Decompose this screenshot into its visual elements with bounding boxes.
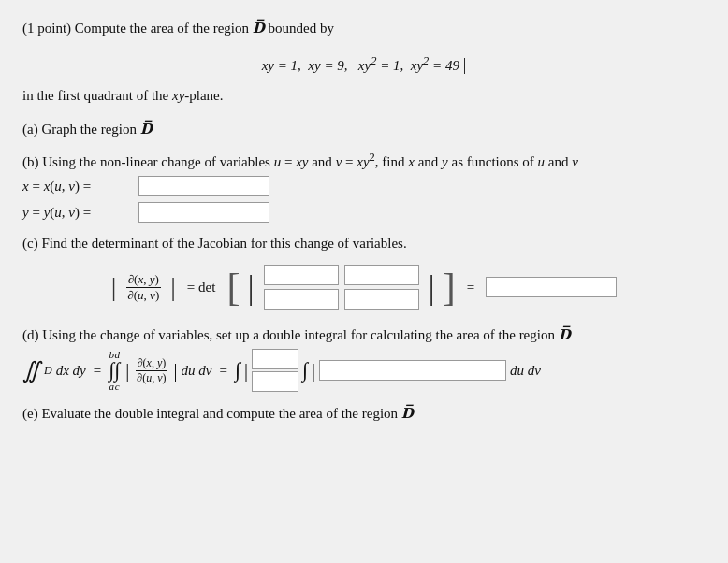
det-equals: = [467,280,474,296]
du-dv-label-1: du dv [182,363,212,379]
matrix-r2c1[interactable] [264,289,339,310]
part-e-instruction: (e) Evaluate the double integral and com… [22,405,706,422]
lower-a: a [109,381,114,392]
points-label: (1 point) [22,21,71,36]
matrix-right-bracket: ] [443,267,456,307]
dx-dy-label: dx dy [56,363,86,379]
final-bar-2: | [312,360,315,382]
y-equation-row: y = y(u, v) = [22,202,706,223]
main-equations: xy = 1, xy = 9, xy2 = 1, xy2 = 49 | [22,54,706,75]
part-e-section: (e) Evaluate the double integral and com… [22,405,706,422]
problem-header: (1 point) Compute the area of the region… [22,17,706,41]
inner-integral-sym: ∫ [114,360,120,381]
jacobian-display: | ∂(x, y) ∂(u, v) | = det [ | | ] = [22,261,706,313]
matrix-inputs [262,261,421,313]
du-dv-label-2: du dv [510,363,541,379]
quadrant-label: in the first quadrant of the xy-plane. [22,88,224,103]
y-eq-label: y = y(u, v) = [22,205,135,221]
x-answer-input[interactable] [138,176,269,196]
final-integrand-input[interactable] [319,360,506,381]
bounded-word: bounded by [269,21,334,36]
eq-display: xy = 1, xy = 9, xy2 = 1, xy2 = 49 [262,58,463,73]
jacobian-numerator: ∂(x, y) [126,272,161,288]
jacobian-fraction: ∂(x, y) ∂(u, v) [125,272,161,303]
part-a-label: (a) Graph the region D̅ [22,122,153,137]
part-c-section: (c) Find the determinant of the Jacobian… [22,236,706,313]
jac-num-d: ∂(x, y) [136,356,168,371]
equals-2: = [220,363,227,379]
region-D-header: D̅ [253,21,265,36]
matrix-vert-left: | [247,270,254,304]
final-lower-input[interactable] [252,371,298,392]
final-int-sym-2: ∫ [302,358,308,383]
jac-den-d: ∂(u, v) [135,371,167,385]
part-a-section: (a) Graph the region D̅ [22,121,706,137]
part-b-section: (b) Using the non-linear change of varia… [22,151,706,223]
final-int-sym-1: ∫ [235,358,240,383]
double-integral-symbol: ∬ [22,357,40,383]
equals-1: = [94,363,101,379]
matrix-left-bracket: [ [226,267,240,307]
inner-integral-limits: d ∫ c [114,349,120,392]
final-upper-input[interactable] [252,349,298,369]
jac-right-bar-d: | [174,360,178,382]
final-limits-wrap [252,349,298,392]
instruction-text: Compute the area of the region D̅ [75,21,269,36]
final-bar-1: | [244,360,248,382]
lower-c: c [115,381,120,392]
xy-plane-label: xy [172,88,184,103]
part-c-instruction: (c) Find the determinant of the Jacobian… [22,236,706,252]
y-answer-input[interactable] [138,202,269,223]
part-d-instruction: (d) Using the change of variables, set u… [22,326,706,343]
quadrant-text: in the first quadrant of the xy-plane. [22,84,706,108]
part-d-section: (d) Using the change of variables, set u… [22,326,706,392]
x-eq-label: x = x(u, v) = [22,179,135,195]
right-abs-bar: | [170,274,176,300]
matrix-vert-right: | [429,270,435,304]
jac-left-bar-d: | [125,360,129,382]
part-b-instruction: (b) Using the non-linear change of varia… [22,151,706,170]
matrix-r1c1[interactable] [264,265,339,285]
det-result-input[interactable] [486,277,617,297]
matrix-r2c2[interactable] [344,289,419,310]
D-subscript: D [44,364,52,378]
det-label: = det [187,280,216,296]
double-integral-row: ∬ D dx dy = b ∫ a d ∫ c | ∂(x, y) ∂(u, v… [22,349,706,392]
jacobian-frac-d: ∂(x, y) ∂(u, v) [135,356,167,385]
matrix-r1c2[interactable] [344,265,419,285]
jacobian-denominator: ∂(u, v) [125,288,161,303]
left-abs-bar: | [111,274,117,300]
x-equation-row: x = x(u, v) = [22,176,706,196]
